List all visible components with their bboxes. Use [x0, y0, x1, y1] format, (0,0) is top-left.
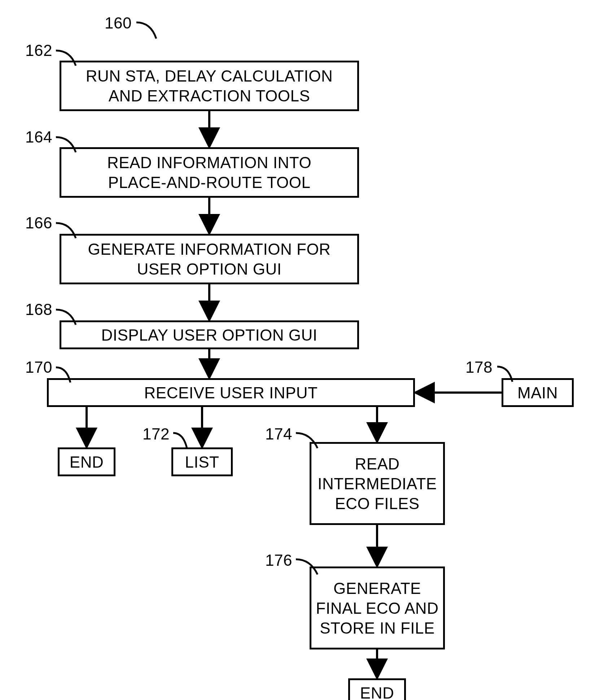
ref-168-label: 168	[25, 299, 52, 319]
box-164: READ INFORMATION INTO PLACE-AND-ROUTE TO…	[60, 147, 359, 198]
box-174: READ INTERMEDIATE ECO FILES	[310, 442, 445, 525]
box-170: RECEIVE USER INPUT	[47, 378, 415, 407]
ref-174-label: 174	[265, 424, 292, 444]
ref-172-label: 172	[143, 424, 170, 444]
ref-176-label: 176	[265, 550, 292, 570]
ref-166-label: 166	[25, 213, 52, 233]
box-162: RUN STA, DELAY CALCULATION AND EXTRACTIO…	[60, 61, 359, 111]
box-176: GENERATE FINAL ECO AND STORE IN FILE	[310, 566, 445, 649]
ref-162-label: 162	[25, 40, 52, 60]
figure-number-label: 160	[105, 13, 132, 33]
box-166: GENERATE INFORMATION FOR USER OPTION GUI	[60, 234, 359, 284]
ref-164-label: 164	[25, 127, 52, 147]
flowchart-canvas: 160 162 164 166 168 170 172 174 176 178 …	[0, 0, 595, 700]
box-end-left: END	[58, 447, 115, 476]
box-172: LIST	[171, 447, 233, 476]
box-178: MAIN	[502, 378, 574, 407]
box-168: DISPLAY USER OPTION GUI	[60, 320, 359, 349]
ref-170-label: 170	[25, 357, 52, 377]
box-end-bottom: END	[348, 678, 406, 700]
ref-178-label: 178	[465, 357, 493, 377]
